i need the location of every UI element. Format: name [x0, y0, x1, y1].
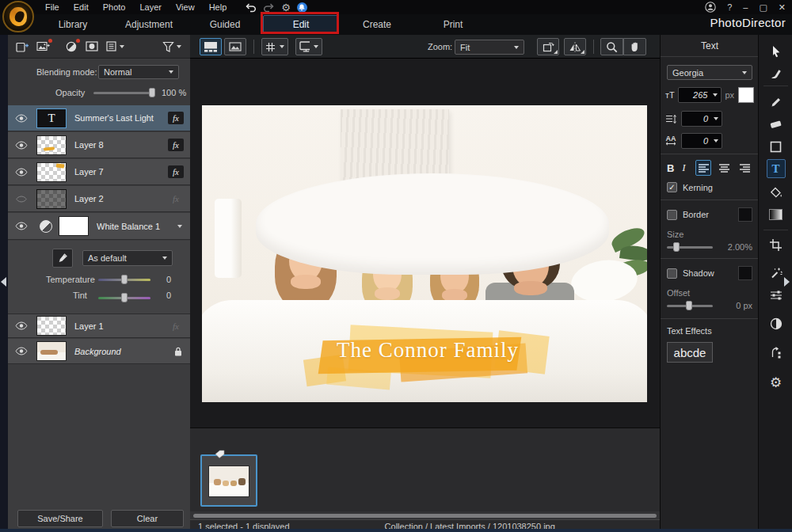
- bold-button[interactable]: B: [667, 162, 677, 174]
- menu-file[interactable]: File: [38, 2, 67, 12]
- notification-icon[interactable]: [297, 2, 307, 13]
- tab-library[interactable]: Library: [35, 16, 111, 33]
- layer-row-2[interactable]: Layer 2 fx: [8, 186, 190, 212]
- tint-slider[interactable]: [98, 297, 150, 299]
- align-center-button[interactable]: [716, 160, 732, 176]
- save-share-button[interactable]: Save/Share: [17, 510, 103, 527]
- fx-badge[interactable]: fx: [168, 165, 184, 178]
- line-spacing-input[interactable]: 0: [681, 111, 722, 127]
- close-button[interactable]: ✕: [779, 2, 786, 13]
- display-proof-button[interactable]: [295, 38, 322, 55]
- layer-row-white-balance[interactable]: White Balance 1: [8, 213, 190, 240]
- opacity-slider[interactable]: [93, 92, 155, 94]
- shadow-color-swatch[interactable]: [738, 266, 752, 280]
- shadow-checkbox[interactable]: [667, 268, 677, 279]
- menu-view[interactable]: View: [169, 2, 202, 12]
- font-family-dropdown[interactable]: Georgia: [667, 65, 752, 80]
- layer-thumbnail[interactable]: [36, 162, 67, 182]
- view-with-filmstrip-button[interactable]: [200, 38, 222, 55]
- history-tool[interactable]: [759, 342, 792, 363]
- text-effect-sample[interactable]: abcde: [667, 342, 713, 363]
- gradient-tool[interactable]: [759, 204, 792, 225]
- view-single-button[interactable]: [224, 38, 246, 55]
- menu-help[interactable]: Help: [202, 2, 234, 12]
- redo-icon[interactable]: [263, 2, 275, 13]
- border-color-swatch[interactable]: [738, 207, 752, 222]
- new-layer-icon[interactable]: [16, 41, 29, 52]
- undo-icon[interactable]: [245, 2, 257, 13]
- pen-tool[interactable]: [759, 92, 792, 112]
- new-image-layer-icon[interactable]: [36, 41, 50, 51]
- eye-off-icon[interactable]: [8, 186, 35, 211]
- blending-mode-dropdown[interactable]: Normal: [98, 65, 179, 79]
- align-left-button[interactable]: [695, 160, 711, 176]
- adjust-tool[interactable]: [759, 285, 792, 306]
- font-size-input[interactable]: 265: [678, 87, 722, 103]
- wb-preset-dropdown[interactable]: As default: [82, 250, 173, 266]
- text-tool[interactable]: T: [759, 158, 792, 179]
- grid-overlay-button[interactable]: [261, 38, 288, 55]
- flip-button[interactable]: [564, 38, 586, 55]
- filter-icon[interactable]: [162, 41, 181, 52]
- letter-spacing-input[interactable]: 0: [681, 133, 722, 149]
- eye-icon[interactable]: [8, 105, 35, 131]
- shape-tool[interactable]: [759, 136, 792, 157]
- white-balance-thumbnail[interactable]: [59, 216, 89, 236]
- layer-list-icon[interactable]: [106, 41, 124, 51]
- preferences-gear-icon[interactable]: ⚙: [281, 2, 291, 13]
- canvas[interactable]: The Connor Family: [190, 59, 660, 428]
- tone-tool[interactable]: [759, 314, 792, 334]
- maximize-button[interactable]: ▢: [759, 2, 767, 13]
- expand-right-panel-arrow[interactable]: [784, 277, 790, 287]
- text-color-swatch[interactable]: [738, 87, 754, 103]
- fx-badge[interactable]: fx: [168, 139, 184, 151]
- fx-badge[interactable]: fx: [168, 112, 184, 124]
- eye-icon[interactable]: [8, 339, 35, 363]
- minimize-button[interactable]: –: [743, 2, 748, 12]
- collapse-wb-arrow[interactable]: [177, 225, 182, 228]
- pan-hand-button[interactable]: [623, 38, 646, 55]
- tab-print[interactable]: Print: [415, 16, 491, 33]
- temperature-slider[interactable]: [98, 279, 150, 281]
- account-icon[interactable]: [705, 2, 716, 13]
- filmstrip-scrollbar[interactable]: [190, 511, 660, 519]
- eye-icon[interactable]: [8, 132, 35, 158]
- background-thumbnail[interactable]: [36, 341, 67, 361]
- layer-thumbnail[interactable]: [36, 316, 67, 336]
- new-adjustment-layer-icon[interactable]: [66, 41, 78, 52]
- menu-layer[interactable]: Layer: [132, 2, 169, 12]
- border-checkbox[interactable]: [667, 210, 677, 220]
- photo-title-text[interactable]: The Connor Family: [297, 338, 558, 363]
- tab-guided[interactable]: Guided: [187, 16, 263, 33]
- mask-icon[interactable]: [86, 41, 98, 51]
- select-tool[interactable]: [759, 41, 792, 62]
- layer-row-text[interactable]: T Summer's Last Light fx: [8, 105, 190, 131]
- layer-thumbnail[interactable]: [36, 135, 67, 155]
- filmstrip-thumbnail[interactable]: [200, 454, 257, 507]
- layer-row-background[interactable]: Background: [8, 339, 190, 364]
- italic-button[interactable]: I: [682, 162, 691, 174]
- kerning-checkbox[interactable]: ✓: [667, 182, 677, 192]
- collapse-left-panel-arrow[interactable]: [1, 277, 6, 287]
- clear-button[interactable]: Clear: [111, 510, 184, 527]
- menu-edit[interactable]: Edit: [67, 2, 96, 12]
- white-balance-dropper-button[interactable]: [52, 249, 73, 268]
- tab-adjustment[interactable]: Adjustment: [111, 16, 187, 33]
- zoom-tool-button[interactable]: [600, 38, 623, 55]
- photo-image[interactable]: The Connor Family: [202, 105, 647, 402]
- eraser-tool[interactable]: [759, 114, 792, 135]
- layer-row-1[interactable]: Layer 1 fx: [8, 314, 190, 338]
- eye-icon[interactable]: [8, 314, 35, 337]
- help-button[interactable]: ?: [727, 2, 732, 12]
- brush-tool[interactable]: [759, 63, 792, 84]
- layer-row-7[interactable]: Layer 7 fx: [8, 159, 190, 185]
- tab-create[interactable]: Create: [339, 16, 415, 33]
- shadow-offset-slider[interactable]: [667, 305, 713, 307]
- border-size-slider[interactable]: [667, 246, 713, 249]
- text-layer-thumbnail[interactable]: T: [36, 108, 67, 128]
- layer-row-8[interactable]: Layer 8 fx: [8, 132, 190, 158]
- eye-icon[interactable]: [8, 159, 35, 184]
- fill-tool[interactable]: [759, 182, 792, 203]
- layer-thumbnail[interactable]: [36, 189, 67, 209]
- align-right-button[interactable]: [737, 160, 752, 176]
